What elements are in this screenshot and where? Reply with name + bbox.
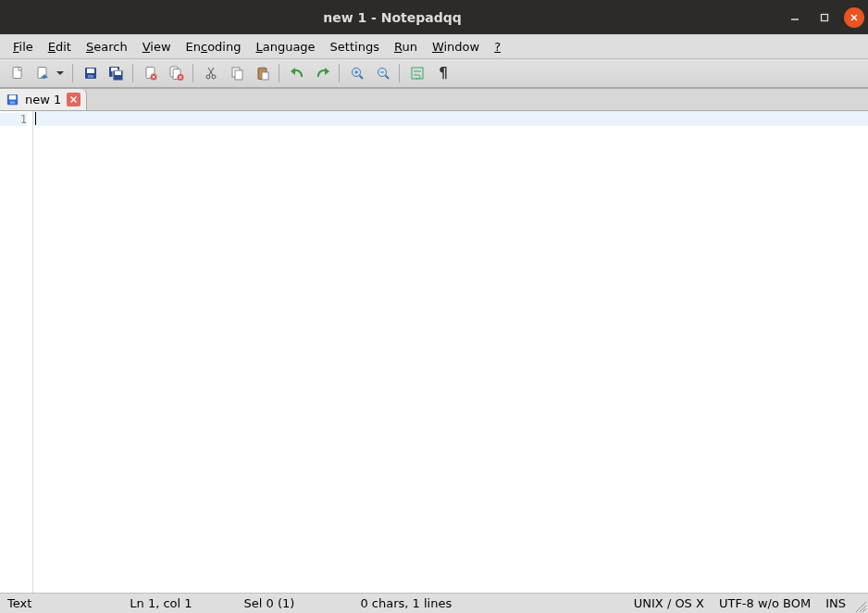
new-file-button[interactable] — [6, 62, 30, 84]
toolbar-separator — [399, 64, 400, 82]
code-line — [33, 111, 868, 126]
status-encoding[interactable]: UTF-8 w/o BOM — [712, 596, 818, 610]
status-position: Ln 1, col 1 — [122, 596, 199, 610]
toolbar-separator — [72, 64, 73, 82]
save-icon — [6, 93, 19, 106]
svg-rect-30 — [262, 72, 268, 80]
zoom-in-button[interactable] — [345, 62, 369, 84]
toolbar-separator — [132, 64, 133, 82]
copy-button[interactable] — [225, 62, 249, 84]
svg-rect-40 — [412, 68, 423, 79]
toolbar-separator — [192, 64, 193, 82]
svg-rect-8 — [88, 75, 93, 78]
window-title: new 1 - Notepadqq — [0, 10, 785, 25]
toolbar-separator — [339, 64, 340, 82]
open-file-icon — [35, 66, 50, 81]
menu-search[interactable]: Search — [79, 37, 135, 56]
svg-line-34 — [360, 76, 364, 80]
svg-rect-27 — [235, 70, 242, 80]
maximize-icon — [820, 13, 829, 22]
show-symbols-button[interactable]: ¶ — [431, 62, 455, 84]
tab-close-button[interactable] — [67, 93, 81, 106]
menu-edit[interactable]: Edit — [41, 37, 79, 56]
svg-line-38 — [386, 76, 390, 80]
save-all-button[interactable] — [105, 62, 129, 84]
editor-area: 1 — [0, 111, 868, 593]
resize-grip-icon[interactable] — [853, 599, 866, 612]
svg-line-24 — [209, 68, 214, 75]
statusbar: Text Ln 1, col 1 Sel 0 (1) 0 chars, 1 li… — [0, 593, 868, 613]
close-icon — [69, 95, 78, 104]
tab-label: new 1 — [25, 93, 61, 106]
svg-rect-29 — [261, 68, 265, 70]
copy-icon — [229, 66, 244, 81]
close-doc-button[interactable] — [139, 62, 163, 84]
new-file-icon — [10, 66, 25, 81]
code-area[interactable] — [33, 111, 868, 593]
text-caret — [35, 112, 36, 125]
cut-icon — [204, 66, 218, 81]
save-icon — [83, 66, 98, 81]
redo-icon — [315, 66, 331, 81]
window-titlebar: new 1 - Notepadqq — [0, 0, 868, 34]
menubar: File Edit Search View Encoding Language … — [0, 34, 868, 59]
svg-rect-45 — [10, 101, 16, 104]
status-stats: 0 chars, 1 lines — [353, 596, 459, 610]
close-all-docs-icon — [168, 66, 185, 81]
close-doc-icon — [143, 66, 158, 81]
zoom-out-icon — [376, 66, 391, 81]
svg-marker-42 — [415, 78, 417, 80]
tabbar: new 1 — [0, 88, 868, 111]
menu-settings[interactable]: Settings — [323, 37, 387, 56]
menu-file[interactable]: File — [6, 37, 41, 56]
save-button[interactable] — [79, 62, 103, 84]
word-wrap-button[interactable] — [405, 62, 429, 84]
svg-line-25 — [208, 68, 213, 75]
line-number: 1 — [0, 113, 27, 126]
status-selection: Sel 0 (1) — [237, 596, 303, 610]
paste-button[interactable] — [251, 62, 275, 84]
window-controls — [785, 7, 868, 28]
menu-view[interactable]: View — [135, 37, 179, 56]
paste-icon — [255, 66, 270, 81]
window-close-button[interactable] — [844, 7, 864, 28]
tab-new-1[interactable]: new 1 — [0, 89, 87, 110]
status-eol[interactable]: UNIX / OS X — [626, 596, 712, 610]
svg-rect-1 — [822, 14, 828, 20]
window-minimize-button[interactable] — [785, 7, 805, 28]
minimize-icon — [790, 13, 800, 22]
svg-rect-12 — [115, 71, 121, 75]
open-file-button[interactable] — [31, 62, 68, 84]
zoom-in-icon — [350, 66, 365, 81]
cut-button[interactable] — [199, 62, 223, 84]
svg-point-22 — [206, 75, 210, 79]
toolbar-separator — [279, 64, 279, 82]
zoom-out-button[interactable] — [371, 62, 395, 84]
svg-marker-31 — [291, 68, 295, 75]
menu-language[interactable]: Language — [248, 37, 322, 56]
pilcrow-icon: ¶ — [439, 65, 448, 81]
svg-rect-7 — [87, 69, 94, 73]
undo-button[interactable] — [285, 62, 309, 84]
line-number-gutter: 1 — [0, 111, 33, 593]
undo-icon — [289, 66, 305, 81]
save-all-icon — [108, 66, 125, 81]
menu-help[interactable]: ? — [487, 37, 508, 56]
menu-window[interactable]: Window — [425, 37, 487, 56]
word-wrap-icon — [410, 66, 425, 81]
toolbar: ¶ — [0, 59, 868, 88]
menu-run[interactable]: Run — [387, 37, 425, 56]
menu-encoding[interactable]: Encoding — [179, 37, 249, 56]
redo-button[interactable] — [311, 62, 335, 84]
close-all-docs-button[interactable] — [165, 62, 189, 84]
status-language[interactable]: Text — [0, 596, 39, 610]
svg-point-23 — [212, 75, 216, 79]
window-maximize-button[interactable] — [814, 7, 835, 28]
close-icon — [849, 13, 859, 22]
svg-marker-32 — [325, 68, 329, 75]
svg-rect-44 — [9, 95, 17, 100]
status-insert-mode[interactable]: INS — [818, 596, 853, 610]
svg-rect-4 — [13, 68, 21, 79]
